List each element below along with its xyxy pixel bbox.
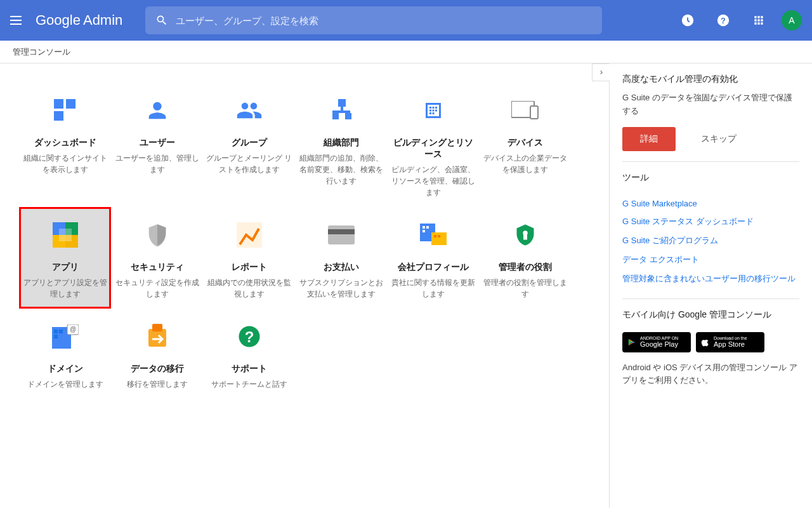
svg-rect-32	[422, 230, 425, 232]
svg-rect-5	[54, 111, 63, 121]
detail-button[interactable]: 詳細	[622, 127, 676, 151]
card-title: ビルディングとリソース	[390, 137, 476, 160]
content: ダッシュボード組織に関するインサイトを表示しますユーザーユーザーを追加、管理しま…	[0, 64, 609, 508]
chevron-right-icon	[598, 69, 605, 76]
card-お支払い[interactable]: お支払いサブスクリプションとお支払いを管理します	[295, 207, 387, 309]
card-desc: サブスクリプションとお支払いを管理します	[298, 277, 384, 300]
card-title: グループ	[206, 137, 292, 149]
tool-link[interactable]: 管理対象に含まれないユーザー用の移行ツール	[622, 269, 799, 288]
card-icon	[206, 95, 292, 126]
card-title: 組織部門	[298, 137, 384, 149]
svg-rect-20	[530, 106, 538, 119]
apps-icon[interactable]	[746, 8, 771, 33]
card-組織部門[interactable]: 組織部門組織部門の追加、削除、名前変更、移動、検索を行います	[295, 83, 387, 207]
tool-link[interactable]: G Suite Marketplace	[622, 195, 799, 212]
tool-link[interactable]: G Suite ステータス ダッシュボード	[622, 212, 799, 231]
card-icon	[22, 220, 108, 250]
card-title: ユーザー	[114, 137, 200, 149]
card-desc: セキュリティ設定を作成します	[114, 277, 200, 300]
card-アプリ[interactable]: アプリアプリとアプリ設定を管理します	[19, 207, 111, 309]
card-ビルディングとリソース[interactable]: ビルディングとリソースビルディング、会議室、リソースを管理、確認します	[387, 83, 479, 207]
svg-rect-6	[338, 99, 346, 107]
svg-rect-37	[523, 235, 527, 240]
svg-rect-11	[429, 107, 431, 109]
svg-rect-41	[54, 335, 58, 338]
card-title: 会社プロフィール	[390, 262, 476, 273]
svg-rect-18	[432, 112, 434, 114]
sidebar: 高度なモバイル管理の有効化 G Suite のデータを強固なデバイス管理で保護す…	[609, 64, 812, 508]
card-会社プロフィール[interactable]: 会社プロフィール貴社に関する情報を更新します	[387, 207, 479, 309]
card-ドメイン[interactable]: @ドメインドメインを管理します	[19, 309, 111, 399]
card-サポート[interactable]: ?サポートサポートチームと話す	[203, 309, 295, 399]
svg-rect-3	[54, 99, 63, 109]
card-desc: サポートチームと話す	[206, 378, 292, 390]
svg-rect-35	[438, 235, 440, 237]
card-レポート[interactable]: レポート組織内での使用状況を監視します	[203, 207, 295, 309]
tool-link[interactable]: データ エクスポート	[622, 250, 799, 269]
card-desc: グループとメーリング リストを作成します	[206, 152, 292, 175]
card-desc: ユーザーを追加、管理します	[114, 152, 200, 175]
card-title: セキュリティ	[114, 262, 200, 273]
svg-rect-34	[434, 235, 436, 237]
svg-rect-27	[328, 225, 355, 244]
activity-icon[interactable]	[675, 8, 700, 33]
card-icon	[390, 95, 476, 126]
svg-rect-12	[432, 107, 434, 109]
card-icon	[298, 220, 384, 250]
avatar[interactable]: A	[782, 10, 802, 30]
svg-rect-33	[431, 232, 447, 245]
svg-rect-10	[345, 113, 351, 119]
app-store-badge[interactable]: Download on theApp Store	[696, 332, 764, 352]
svg-rect-13	[435, 107, 437, 109]
card-ユーザー[interactable]: ユーザーユーザーを追加、管理します	[111, 83, 203, 207]
card-desc: 組織に関するインサイトを表示します	[22, 152, 108, 175]
card-desc: 管理者の役割を管理します	[481, 277, 568, 300]
menu-icon[interactable]	[10, 13, 25, 28]
card-icon	[481, 95, 568, 126]
tool-link[interactable]: G Suite ご紹介プログラム	[622, 231, 799, 250]
svg-rect-25	[59, 229, 72, 241]
search-icon	[155, 14, 168, 27]
search-input[interactable]	[176, 15, 592, 26]
card-ダッシュボード[interactable]: ダッシュボード組織に関するインサイトを表示します	[19, 83, 111, 207]
header: Google Admin ? A	[0, 0, 812, 41]
card-セキュリティ[interactable]: セキュリティセキュリティ設定を作成します	[111, 207, 203, 309]
card-icon	[298, 95, 384, 126]
skip-button[interactable]: スキップ	[701, 133, 737, 145]
card-title: デバイス	[481, 137, 568, 149]
card-データの移行[interactable]: データの移行移行を管理します	[111, 309, 203, 399]
card-icon	[390, 220, 476, 250]
svg-text:?: ?	[721, 16, 726, 25]
svg-rect-16	[435, 110, 437, 112]
card-グループ[interactable]: グループグループとメーリング リストを作成します	[203, 83, 295, 207]
svg-rect-45	[152, 324, 162, 331]
apple-icon	[701, 338, 710, 347]
tools-title: ツール	[622, 172, 799, 184]
svg-rect-30	[422, 226, 425, 229]
card-デバイス[interactable]: デバイスデバイス上の企業データを保護します	[479, 83, 571, 207]
svg-rect-8	[332, 110, 350, 113]
card-title: サポート	[206, 363, 292, 375]
card-title: レポート	[206, 262, 292, 273]
svg-rect-39	[54, 330, 58, 333]
card-icon	[22, 95, 108, 126]
card-icon: ?	[206, 321, 292, 352]
svg-rect-4	[66, 99, 75, 109]
play-icon	[627, 338, 636, 347]
svg-rect-9	[332, 113, 339, 119]
sidebar-toggle[interactable]	[592, 64, 610, 81]
svg-point-36	[523, 231, 528, 236]
help-icon[interactable]: ?	[710, 8, 736, 33]
card-title: ダッシュボード	[22, 137, 108, 149]
card-icon	[481, 220, 568, 250]
card-title: アプリ	[22, 262, 108, 273]
search-box[interactable]	[145, 6, 602, 34]
mobile-console-desc: Android や iOS デバイス用の管理コンソール アプリをご利用ください。	[622, 361, 799, 388]
logo[interactable]: Google Admin	[36, 12, 122, 29]
google-play-badge[interactable]: ANDROID APP ONGoogle Play	[622, 332, 691, 352]
logo-google: Google	[36, 12, 81, 29]
svg-rect-28	[328, 229, 355, 234]
svg-rect-31	[426, 226, 429, 229]
card-管理者の役割[interactable]: 管理者の役割管理者の役割を管理します	[479, 207, 571, 309]
mobile-console-title: モバイル向け Google 管理コンソール	[622, 309, 799, 321]
